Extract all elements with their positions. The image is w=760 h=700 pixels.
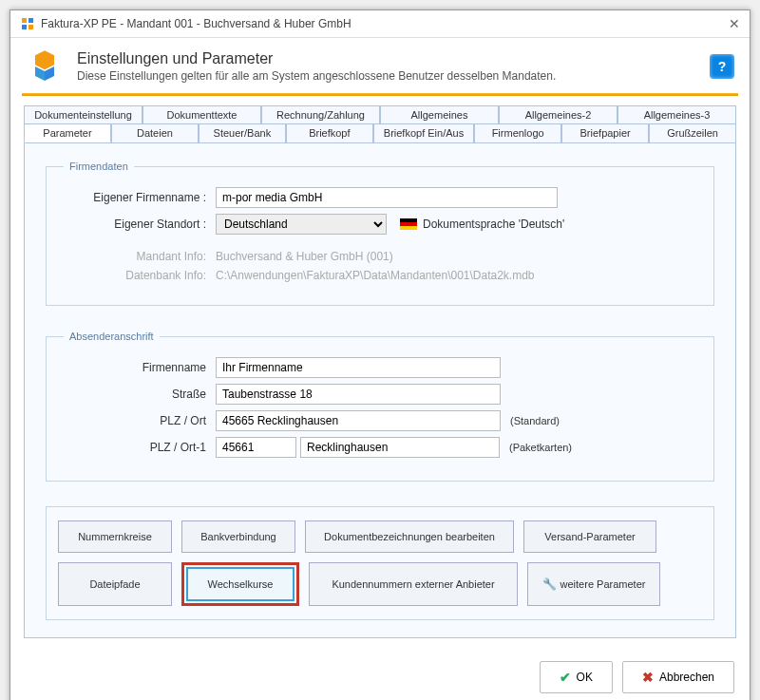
- tab-row-bottom: Parameter Dateien Steuer/Bank Briefkopf …: [24, 123, 736, 142]
- plzort-hint: (Standard): [510, 415, 560, 426]
- check-icon: ✔: [560, 670, 571, 685]
- input-ort1[interactable]: [300, 437, 500, 458]
- label-firmenname2: Firmenname: [64, 361, 206, 374]
- parameter-buttons: Nummernkreise Bankverbindung Dokumentbez…: [46, 506, 714, 620]
- tab-briefpapier[interactable]: Briefpapier: [561, 123, 649, 142]
- panel-parameter: Firmendaten Eigener Firmenname : Eigener…: [24, 142, 736, 638]
- label-strasse: Straße: [64, 388, 206, 401]
- cancel-label: Abbrechen: [659, 671, 714, 684]
- svg-rect-3: [28, 25, 33, 29]
- svg-rect-0: [22, 18, 27, 23]
- app-window: Faktura-XP PE - Mandant 001 - Buchversan…: [10, 9, 750, 700]
- btn-nummernkreise[interactable]: Nummernkreise: [58, 520, 172, 553]
- highlight-wechselkurse: Wechselkurse: [181, 562, 299, 606]
- tab-allgemeines-3[interactable]: Allgemeines-3: [618, 105, 736, 123]
- logo-icon: [26, 47, 64, 85]
- input-strasse[interactable]: [216, 384, 501, 405]
- tab-dokumenttexte[interactable]: Dokumenttexte: [142, 105, 261, 123]
- tab-allgemeines-2[interactable]: Allgemeines-2: [499, 105, 618, 123]
- btn-bankverbindung[interactable]: Bankverbindung: [181, 520, 295, 553]
- plzort1-hint: (Paketkarten): [509, 442, 572, 453]
- window-title: Faktura-XP PE - Mandant 001 - Buchversan…: [41, 17, 729, 30]
- svg-rect-1: [28, 18, 33, 23]
- tab-briefkopf[interactable]: Briefkopf: [286, 123, 373, 142]
- label-plzort1: PLZ / Ort-1: [64, 441, 206, 454]
- tab-row-top: Dokumenteinstellung Dokumenttexte Rechnu…: [24, 105, 736, 123]
- page-title: Einstellungen und Parameter: [77, 50, 556, 67]
- app-icon: [20, 16, 35, 31]
- tab-grusszeilen[interactable]: Grußzeilen: [649, 123, 736, 142]
- btn-wechselkurse[interactable]: Wechselkurse: [186, 567, 294, 601]
- input-plz1[interactable]: [216, 437, 296, 458]
- input-firmenname2[interactable]: [216, 357, 501, 378]
- btn-kundennummern[interactable]: Kundennummern externer Anbieter: [309, 562, 518, 606]
- x-icon: ✖: [642, 670, 654, 685]
- fieldset-absender: Absenderanschrift Firmenname Straße PLZ …: [46, 331, 714, 482]
- label-standort: Eigener Standort :: [64, 218, 206, 231]
- svg-rect-2: [22, 25, 27, 29]
- titlebar: Faktura-XP PE - Mandant 001 - Buchversan…: [10, 10, 750, 38]
- page-subtitle: Diese Einstellungen gelten für alle am S…: [77, 69, 556, 83]
- db-info: C:\Anwendungen\FakturaXP\Data\Mandanten\…: [216, 269, 535, 282]
- mandant-info: Buchversand & Huber GmbH (001): [216, 250, 393, 263]
- tab-rechnung-zahlung[interactable]: Rechnung/Zahlung: [261, 105, 380, 123]
- tab-firmenlogo[interactable]: Firmenlogo: [474, 123, 561, 142]
- tab-allgemeines[interactable]: Allgemeines: [380, 105, 499, 123]
- btn-weitere-label: weitere Parameter: [560, 578, 646, 590]
- btn-versand-parameter[interactable]: Versand-Parameter: [523, 520, 656, 553]
- wrench-icon: 🔧: [542, 577, 557, 591]
- input-plzort[interactable]: [216, 410, 501, 431]
- fieldset-firmendaten: Firmendaten Eigener Firmenname : Eigener…: [46, 161, 714, 306]
- help-button[interactable]: ?: [710, 54, 734, 79]
- tab-steuer-bank[interactable]: Steuer/Bank: [199, 123, 286, 142]
- ok-button[interactable]: ✔ OK: [540, 661, 613, 693]
- btn-weitere-parameter[interactable]: 🔧 weitere Parameter: [527, 562, 660, 606]
- tab-parameter[interactable]: Parameter: [24, 123, 111, 142]
- help-icon: ?: [718, 59, 727, 74]
- label-mandant-info: Mandant Info:: [64, 250, 206, 263]
- header: Einstellungen und Parameter Diese Einste…: [10, 38, 750, 93]
- legend-firmendaten: Firmendaten: [64, 161, 134, 172]
- tab-briefkopf-ein-aus[interactable]: Briefkopf Ein/Aus: [373, 123, 474, 142]
- label-db-info: Datenbank Info:: [64, 269, 206, 282]
- label-plzort: PLZ / Ort: [64, 414, 206, 427]
- cancel-button[interactable]: ✖ Abbrechen: [622, 661, 734, 693]
- legend-absender: Absenderanschrift: [64, 331, 160, 342]
- label-firmenname: Eigener Firmenname :: [64, 191, 206, 204]
- ok-label: OK: [577, 671, 593, 684]
- close-icon[interactable]: ✕: [729, 16, 740, 31]
- input-firmenname[interactable]: [216, 187, 558, 208]
- select-standort[interactable]: Deutschland: [216, 214, 387, 235]
- tab-dokumenteinstellung[interactable]: Dokumenteinstellung: [24, 105, 142, 123]
- doc-language: Dokumentsprache 'Deutsch': [423, 218, 564, 231]
- tab-dateien[interactable]: Dateien: [111, 123, 199, 142]
- btn-dokumentbezeichnungen[interactable]: Dokumentbezeichnungen bearbeiten: [305, 520, 514, 553]
- divider: [22, 93, 738, 96]
- svg-marker-4: [35, 50, 54, 69]
- flag-de-icon: [400, 218, 417, 230]
- footer: ✔ OK ✖ Abbrechen: [10, 650, 750, 700]
- btn-dateipfade[interactable]: Dateipfade: [58, 562, 172, 606]
